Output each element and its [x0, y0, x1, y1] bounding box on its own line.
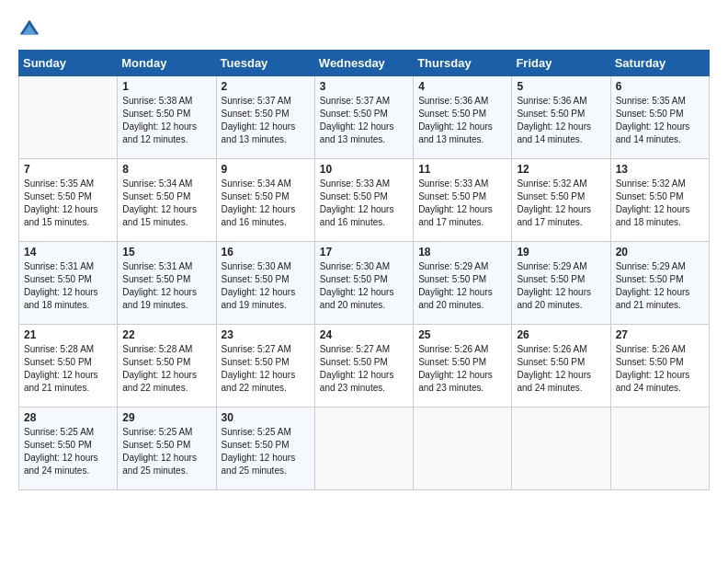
day-number: 13 [616, 163, 704, 176]
day-info: Sunrise: 5:29 AM Sunset: 5:50 PM Dayligh… [517, 260, 605, 312]
calendar-cell: 12Sunrise: 5:32 AM Sunset: 5:50 PM Dayli… [512, 159, 610, 242]
day-info: Sunrise: 5:36 AM Sunset: 5:50 PM Dayligh… [418, 95, 506, 146]
calendar-week-row: 14Sunrise: 5:31 AM Sunset: 5:50 PM Dayli… [19, 242, 710, 325]
day-number: 18 [418, 246, 506, 259]
day-info: Sunrise: 5:31 AM Sunset: 5:50 PM Dayligh… [24, 260, 112, 312]
day-number: 8 [122, 163, 210, 176]
day-info: Sunrise: 5:31 AM Sunset: 5:50 PM Dayligh… [122, 260, 210, 312]
calendar-week-row: 28Sunrise: 5:25 AM Sunset: 5:50 PM Dayli… [19, 408, 710, 490]
logo-icon [18, 18, 40, 40]
calendar-cell [414, 408, 512, 490]
day-info: Sunrise: 5:26 AM Sunset: 5:50 PM Dayligh… [616, 343, 704, 395]
day-number: 16 [222, 246, 310, 259]
day-number: 23 [222, 328, 310, 341]
day-info: Sunrise: 5:27 AM Sunset: 5:50 PM Dayligh… [320, 343, 408, 395]
day-number: 25 [418, 328, 506, 341]
day-info: Sunrise: 5:37 AM Sunset: 5:50 PM Dayligh… [222, 95, 310, 146]
calendar-cell: 2Sunrise: 5:37 AM Sunset: 5:50 PM Daylig… [216, 76, 314, 159]
weekday-header-row: SundayMondayTuesdayWednesdayThursdayFrid… [19, 51, 710, 76]
day-number: 17 [320, 246, 408, 259]
day-info: Sunrise: 5:32 AM Sunset: 5:50 PM Dayligh… [517, 178, 605, 229]
weekday-header-cell: Monday [118, 51, 216, 76]
calendar-cell: 20Sunrise: 5:29 AM Sunset: 5:50 PM Dayli… [610, 242, 709, 325]
day-info: Sunrise: 5:37 AM Sunset: 5:50 PM Dayligh… [320, 95, 408, 146]
calendar-cell: 18Sunrise: 5:29 AM Sunset: 5:50 PM Dayli… [414, 242, 512, 325]
day-info: Sunrise: 5:29 AM Sunset: 5:50 PM Dayligh… [418, 260, 506, 312]
calendar-cell [314, 408, 413, 490]
calendar-cell: 29Sunrise: 5:25 AM Sunset: 5:50 PM Dayli… [118, 408, 216, 490]
day-info: Sunrise: 5:35 AM Sunset: 5:50 PM Dayligh… [616, 95, 704, 146]
day-info: Sunrise: 5:30 AM Sunset: 5:50 PM Dayligh… [222, 260, 310, 312]
day-number: 22 [122, 328, 210, 341]
day-number: 15 [122, 246, 210, 259]
weekday-header-cell: Sunday [19, 51, 118, 76]
calendar-cell: 10Sunrise: 5:33 AM Sunset: 5:50 PM Dayli… [314, 159, 413, 242]
calendar-table: SundayMondayTuesdayWednesdayThursdayFrid… [18, 50, 710, 490]
calendar-cell: 28Sunrise: 5:25 AM Sunset: 5:50 PM Dayli… [19, 408, 118, 490]
calendar-cell: 27Sunrise: 5:26 AM Sunset: 5:50 PM Dayli… [610, 325, 709, 408]
logo [18, 18, 44, 40]
calendar-cell: 8Sunrise: 5:34 AM Sunset: 5:50 PM Daylig… [118, 159, 216, 242]
calendar-cell [19, 76, 118, 159]
day-info: Sunrise: 5:30 AM Sunset: 5:50 PM Dayligh… [320, 260, 408, 312]
calendar-cell: 3Sunrise: 5:37 AM Sunset: 5:50 PM Daylig… [314, 76, 413, 159]
day-info: Sunrise: 5:34 AM Sunset: 5:50 PM Dayligh… [222, 178, 310, 229]
calendar-cell: 25Sunrise: 5:26 AM Sunset: 5:50 PM Dayli… [414, 325, 512, 408]
day-number: 6 [616, 80, 704, 93]
calendar-cell: 24Sunrise: 5:27 AM Sunset: 5:50 PM Dayli… [314, 325, 413, 408]
day-number: 10 [320, 163, 408, 176]
day-number: 14 [24, 246, 112, 259]
calendar-cell: 4Sunrise: 5:36 AM Sunset: 5:50 PM Daylig… [414, 76, 512, 159]
day-number: 7 [24, 163, 112, 176]
day-info: Sunrise: 5:36 AM Sunset: 5:50 PM Dayligh… [517, 95, 605, 146]
day-number: 5 [517, 80, 605, 93]
day-info: Sunrise: 5:38 AM Sunset: 5:50 PM Dayligh… [122, 95, 210, 146]
day-info: Sunrise: 5:29 AM Sunset: 5:50 PM Dayligh… [616, 260, 704, 312]
day-number: 12 [517, 163, 605, 176]
weekday-header-cell: Friday [512, 51, 610, 76]
day-info: Sunrise: 5:28 AM Sunset: 5:50 PM Dayligh… [24, 343, 112, 395]
calendar-cell [610, 408, 709, 490]
weekday-header-cell: Thursday [414, 51, 512, 76]
calendar-cell: 5Sunrise: 5:36 AM Sunset: 5:50 PM Daylig… [512, 76, 610, 159]
day-number: 1 [122, 80, 210, 93]
calendar-cell: 19Sunrise: 5:29 AM Sunset: 5:50 PM Dayli… [512, 242, 610, 325]
day-info: Sunrise: 5:25 AM Sunset: 5:50 PM Dayligh… [222, 426, 310, 477]
calendar-cell: 9Sunrise: 5:34 AM Sunset: 5:50 PM Daylig… [216, 159, 314, 242]
weekday-header-cell: Tuesday [216, 51, 314, 76]
calendar-body: 1Sunrise: 5:38 AM Sunset: 5:50 PM Daylig… [19, 76, 710, 490]
day-info: Sunrise: 5:33 AM Sunset: 5:50 PM Dayligh… [320, 178, 408, 229]
day-number: 21 [24, 328, 112, 341]
calendar-cell [512, 408, 610, 490]
day-number: 30 [222, 411, 310, 424]
calendar-week-row: 1Sunrise: 5:38 AM Sunset: 5:50 PM Daylig… [19, 76, 710, 159]
calendar-cell: 26Sunrise: 5:26 AM Sunset: 5:50 PM Dayli… [512, 325, 610, 408]
calendar-cell: 7Sunrise: 5:35 AM Sunset: 5:50 PM Daylig… [19, 159, 118, 242]
weekday-header-cell: Wednesday [314, 51, 413, 76]
calendar-cell: 14Sunrise: 5:31 AM Sunset: 5:50 PM Dayli… [19, 242, 118, 325]
day-number: 29 [122, 411, 210, 424]
calendar-cell: 17Sunrise: 5:30 AM Sunset: 5:50 PM Dayli… [314, 242, 413, 325]
calendar-week-row: 7Sunrise: 5:35 AM Sunset: 5:50 PM Daylig… [19, 159, 710, 242]
day-info: Sunrise: 5:25 AM Sunset: 5:50 PM Dayligh… [122, 426, 210, 477]
day-number: 27 [616, 328, 704, 341]
day-info: Sunrise: 5:34 AM Sunset: 5:50 PM Dayligh… [122, 178, 210, 229]
day-info: Sunrise: 5:35 AM Sunset: 5:50 PM Dayligh… [24, 178, 112, 229]
calendar-cell: 30Sunrise: 5:25 AM Sunset: 5:50 PM Dayli… [216, 408, 314, 490]
day-number: 11 [418, 163, 506, 176]
calendar-cell: 11Sunrise: 5:33 AM Sunset: 5:50 PM Dayli… [414, 159, 512, 242]
calendar-cell: 1Sunrise: 5:38 AM Sunset: 5:50 PM Daylig… [118, 76, 216, 159]
day-number: 26 [517, 328, 605, 341]
calendar-cell: 15Sunrise: 5:31 AM Sunset: 5:50 PM Dayli… [118, 242, 216, 325]
day-info: Sunrise: 5:26 AM Sunset: 5:50 PM Dayligh… [517, 343, 605, 395]
day-info: Sunrise: 5:27 AM Sunset: 5:50 PM Dayligh… [222, 343, 310, 395]
page-header [18, 18, 710, 40]
day-number: 19 [517, 246, 605, 259]
day-number: 9 [222, 163, 310, 176]
day-info: Sunrise: 5:28 AM Sunset: 5:50 PM Dayligh… [122, 343, 210, 395]
calendar-week-row: 21Sunrise: 5:28 AM Sunset: 5:50 PM Dayli… [19, 325, 710, 408]
day-info: Sunrise: 5:25 AM Sunset: 5:50 PM Dayligh… [24, 426, 112, 477]
day-info: Sunrise: 5:32 AM Sunset: 5:50 PM Dayligh… [616, 178, 704, 229]
calendar-cell: 6Sunrise: 5:35 AM Sunset: 5:50 PM Daylig… [610, 76, 709, 159]
day-number: 2 [222, 80, 310, 93]
